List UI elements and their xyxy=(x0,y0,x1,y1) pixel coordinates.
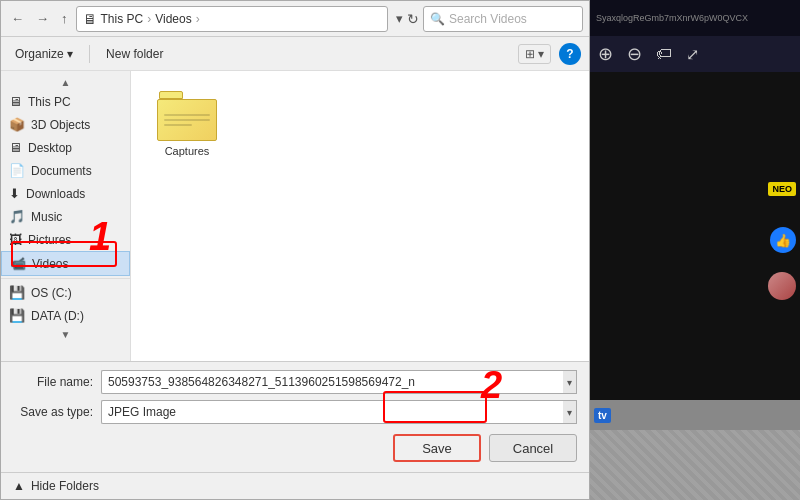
search-box: 🔍 Search Videos xyxy=(423,6,583,32)
right-top-bar: SyaxqlogReGmb7mXnrW6pW0QVCX xyxy=(590,0,800,36)
folder-line-3 xyxy=(164,124,192,126)
sidebar-divider-1 xyxy=(1,278,130,279)
downloads-icon: ⬇ xyxy=(9,186,20,201)
forward-button[interactable]: → xyxy=(32,9,53,28)
3d-objects-icon: 📦 xyxy=(9,117,25,132)
music-icon: 🎵 xyxy=(9,209,25,224)
save-dialog: ← → ↑ 🖥 This PC › Videos › ▾ ↻ 🔍 Search … xyxy=(0,0,590,500)
sidebar-item-videos[interactable]: 📹 Videos xyxy=(1,251,130,276)
refresh-button[interactable]: ↻ xyxy=(407,11,419,27)
os-c-icon: 💾 xyxy=(9,285,25,300)
back-button[interactable]: ← xyxy=(7,9,28,28)
folder-tab xyxy=(159,91,183,99)
folder-line-2 xyxy=(164,119,210,121)
saveastype-input-wrapper: JPEG Image ▾ xyxy=(101,400,577,424)
filename-input[interactable] xyxy=(101,370,563,394)
folder-lines xyxy=(164,114,210,129)
pictures-icon: 🖼 xyxy=(9,232,22,247)
filename-label: File name: xyxy=(13,375,93,389)
folder-body xyxy=(157,99,217,141)
expand-button[interactable]: ⤢ xyxy=(686,45,699,64)
desktop-icon: 🖥 xyxy=(9,140,22,155)
save-button[interactable]: Save xyxy=(393,434,481,462)
path-sep-1: › xyxy=(147,12,151,26)
folder-captures-thumb xyxy=(157,91,217,141)
saveastype-label: Save as type: xyxy=(13,405,93,419)
avatar xyxy=(768,272,796,300)
social-icon: 👍 xyxy=(770,227,796,253)
up-button[interactable]: ↑ xyxy=(57,9,72,28)
toolbar-separator xyxy=(89,45,90,63)
right-content-area: NEO 👍 xyxy=(590,72,800,400)
sidebar: ▲ 🖥 This PC 📦 3D Objects 🖥 Desktop 📄 Doc… xyxy=(1,71,131,361)
sidebar-item-desktop[interactable]: 🖥 Desktop xyxy=(1,136,130,159)
search-icon: 🔍 xyxy=(430,12,445,26)
saveastype-select[interactable]: JPEG Image xyxy=(101,400,563,424)
filename-input-wrapper: ▾ xyxy=(101,370,577,394)
sidebar-item-data-d[interactable]: 💾 DATA (D:) xyxy=(1,304,130,327)
tag-button[interactable]: 🏷 xyxy=(656,45,672,63)
sidebar-item-downloads[interactable]: ⬇ Downloads xyxy=(1,182,130,205)
zoom-in-button[interactable]: ⊕ xyxy=(598,43,613,65)
sidebar-item-pictures[interactable]: 🖼 Pictures xyxy=(1,228,130,251)
path-videos: Videos xyxy=(155,12,191,26)
filename-row: File name: ▾ xyxy=(13,370,577,394)
new-folder-button[interactable]: New folder xyxy=(100,44,169,64)
hide-folders-arrow-icon: ▲ xyxy=(13,479,25,493)
sidebar-item-3d-objects[interactable]: 📦 3D Objects xyxy=(1,113,130,136)
tv-logo: tv xyxy=(594,408,611,423)
folder-line-1 xyxy=(164,114,210,116)
help-button[interactable]: ? xyxy=(559,43,581,65)
zoom-out-button[interactable]: ⊖ xyxy=(627,43,642,65)
buttons-row: Save Cancel xyxy=(13,430,577,464)
right-top-text: SyaxqlogReGmb7mXnrW6pW0QVCX xyxy=(596,13,794,23)
folder-captures-label: Captures xyxy=(165,145,210,157)
form-area: File name: ▾ Save as type: JPEG Image ▾ … xyxy=(1,361,589,472)
view-button[interactable]: ⊞ ▾ xyxy=(518,44,551,64)
search-placeholder: Search Videos xyxy=(449,12,527,26)
bottom-strip: tv xyxy=(590,400,800,500)
videos-icon: 📹 xyxy=(10,256,26,271)
data-d-icon: 💾 xyxy=(9,308,25,323)
this-pc-icon: 🖥 xyxy=(9,94,22,109)
hide-folders-bar[interactable]: ▲ Hide Folders xyxy=(1,472,589,499)
right-panel: SyaxqlogReGmb7mXnrW6pW0QVCX ⊕ ⊖ 🏷 ⤢ NEO … xyxy=(590,0,800,500)
hide-folders-label: Hide Folders xyxy=(31,479,99,493)
sidebar-item-os-c[interactable]: 💾 OS (C:) xyxy=(1,281,130,304)
sidebar-item-music[interactable]: 🎵 Music xyxy=(1,205,130,228)
toolbar: Organize ▾ New folder ⊞ ▾ ? xyxy=(1,37,589,71)
saveastype-dropdown-button[interactable]: ▾ xyxy=(563,400,577,424)
filename-dropdown-button[interactable]: ▾ xyxy=(563,370,577,394)
address-dropdown-button[interactable]: ▾ xyxy=(396,11,403,26)
organize-button[interactable]: Organize ▾ xyxy=(9,44,79,64)
address-bar: ← → ↑ 🖥 This PC › Videos › ▾ ↻ 🔍 Search … xyxy=(1,1,589,37)
main-content: ▲ 🖥 This PC 📦 3D Objects 🖥 Desktop 📄 Doc… xyxy=(1,71,589,361)
sidebar-scroll-down: ▼ xyxy=(1,327,130,342)
neo-badge: NEO xyxy=(768,182,796,196)
sidebar-item-this-pc[interactable]: 🖥 This PC xyxy=(1,90,130,113)
files-area: Captures xyxy=(131,71,589,361)
folder-captures[interactable]: Captures xyxy=(147,87,227,161)
saveastype-row: Save as type: JPEG Image ▾ xyxy=(13,400,577,424)
cancel-button[interactable]: Cancel xyxy=(489,434,577,462)
sidebar-item-documents[interactable]: 📄 Documents xyxy=(1,159,130,182)
path-sep-2: › xyxy=(196,12,200,26)
documents-icon: 📄 xyxy=(9,163,25,178)
sidebar-scroll-up: ▲ xyxy=(1,75,130,90)
address-path: 🖥 This PC › Videos › xyxy=(76,6,389,32)
path-this-pc: This PC xyxy=(101,12,144,26)
